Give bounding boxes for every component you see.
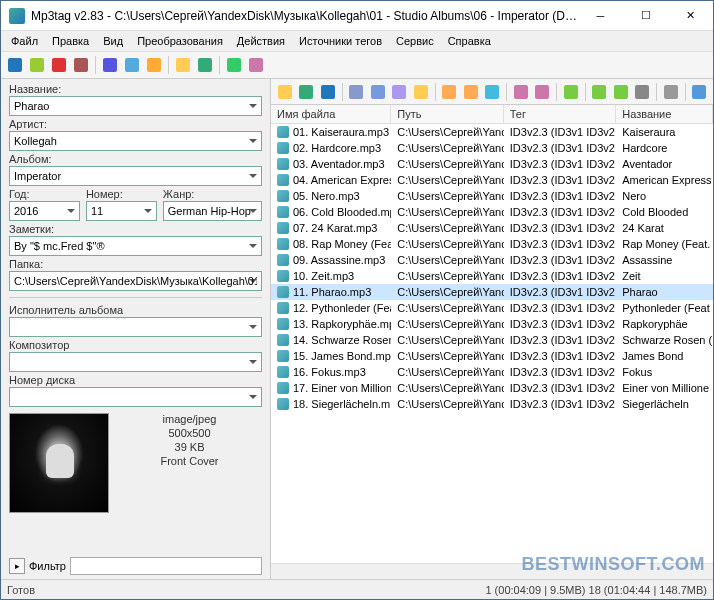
audio-file-icon	[277, 142, 289, 154]
menu-Сервис[interactable]: Сервис	[390, 33, 440, 49]
web-icon[interactable]	[483, 82, 503, 102]
table-row[interactable]: 02. Hardcore.mp3C:\Users\Сергей\Yande...…	[271, 140, 713, 156]
cover-info: image/jpeg 500x500 39 KB Front Cover	[117, 413, 262, 467]
export-icon[interactable]	[611, 82, 631, 102]
composer-label: Композитор	[9, 339, 262, 351]
table-row[interactable]: 08. Rap Money (Feat. Su...C:\Users\Серге…	[271, 236, 713, 252]
delete-icon[interactable]	[49, 55, 69, 75]
close-button[interactable]: ✕	[668, 1, 713, 30]
action-icon[interactable]	[440, 82, 460, 102]
table-row[interactable]: 09. Assassine.mp3C:\Users\Сергей\Yande..…	[271, 252, 713, 268]
track-label: Номер:	[86, 188, 157, 200]
main-toolbar	[271, 79, 713, 105]
table-row[interactable]: 13. Rapkoryphäe.mp3C:\Users\Сергей\Yande…	[271, 316, 713, 332]
audio-file-icon	[277, 302, 289, 314]
table-header: Имя файла Путь Тег Название	[271, 105, 713, 124]
track-input[interactable]: 11	[86, 201, 157, 221]
artist-input[interactable]: Kollegah	[9, 131, 262, 151]
tag-icon[interactable]	[533, 82, 553, 102]
filter-label: Фильтр	[29, 560, 66, 572]
folder-icon[interactable]	[411, 82, 431, 102]
menu-Файл[interactable]: Файл	[5, 33, 44, 49]
folder-input[interactable]: C:\Users\Сергей\YandexDisk\Музыка\Kolleg…	[9, 271, 262, 291]
refresh-icon[interactable]	[297, 82, 317, 102]
audio-file-icon	[277, 190, 289, 202]
copy-icon[interactable]	[122, 55, 142, 75]
filter-input[interactable]	[70, 557, 262, 575]
folder-icon[interactable]	[173, 55, 193, 75]
menu-Справка[interactable]: Справка	[442, 33, 497, 49]
table-row[interactable]: 17. Einer von Millionen (...C:\Users\Сер…	[271, 380, 713, 396]
title-input[interactable]: Pharao	[9, 96, 262, 116]
audio-file-icon	[277, 318, 289, 330]
cut-icon[interactable]	[71, 55, 91, 75]
disc-input[interactable]	[9, 387, 262, 407]
table-row[interactable]: 03. Aventador.mp3C:\Users\Сергей\Yande..…	[271, 156, 713, 172]
album-label: Альбом:	[9, 153, 262, 165]
action-icon[interactable]	[461, 82, 481, 102]
table-row[interactable]: 15. James Bond.mp3C:\Users\Сергей\Yande.…	[271, 348, 713, 364]
table-row[interactable]: 16. Fokus.mp3C:\Users\Сергей\Yande...ID3…	[271, 364, 713, 380]
help-icon[interactable]	[690, 82, 710, 102]
audio-file-icon	[277, 158, 289, 170]
notes-input[interactable]: By "$ mc.Fred $"®	[9, 236, 262, 256]
export-icon[interactable]	[561, 82, 581, 102]
case-icon[interactable]	[390, 82, 410, 102]
paste-icon[interactable]	[144, 55, 164, 75]
table-row[interactable]: 12. Pythonleder (Feat. K...C:\Users\Серг…	[271, 300, 713, 316]
audio-file-icon	[277, 174, 289, 186]
menu-Правка[interactable]: Правка	[46, 33, 95, 49]
table-row[interactable]: 14. Schwarze Rosen (Fea...C:\Users\Серге…	[271, 332, 713, 348]
table-row[interactable]: 10. Zeit.mp3C:\Users\Сергей\Yande...ID3v…	[271, 268, 713, 284]
sidebar-toolbar	[1, 51, 713, 79]
play-icon[interactable]	[224, 55, 244, 75]
audio-file-icon	[277, 334, 289, 346]
tag-icon[interactable]	[246, 55, 266, 75]
maximize-button[interactable]: ☐	[623, 1, 668, 30]
col-path[interactable]: Путь	[391, 105, 503, 123]
album-artist-input[interactable]	[9, 317, 262, 337]
tag-panel: Название:Pharao Артист:Kollegah Альбом:I…	[1, 79, 271, 579]
table-row[interactable]: 07. 24 Karat.mp3C:\Users\Сергей\Yande...…	[271, 220, 713, 236]
disk-icon[interactable]	[27, 55, 47, 75]
table-row[interactable]: 11. Pharao.mp3C:\Users\Сергей\Yande...ID…	[271, 284, 713, 300]
status-left: Готов	[7, 584, 485, 596]
album-input[interactable]: Imperator	[9, 166, 262, 186]
save-icon[interactable]	[318, 82, 338, 102]
menu-Преобразования[interactable]: Преобразования	[131, 33, 229, 49]
tools-icon[interactable]	[633, 82, 653, 102]
filter-collapse-button[interactable]: ▸	[9, 558, 25, 574]
title-label: Название:	[9, 83, 262, 95]
audio-file-icon	[277, 238, 289, 250]
col-name[interactable]: Название	[616, 105, 713, 123]
table-row[interactable]: 18. Siegerlächeln.mp3C:\Users\Сергей\Yan…	[271, 396, 713, 412]
table-row[interactable]: 06. Cold Blooded.mp3C:\Users\Сергей\Yand…	[271, 204, 713, 220]
table-row[interactable]: 04. American Express (F...C:\Users\Серге…	[271, 172, 713, 188]
col-tag[interactable]: Тег	[504, 105, 616, 123]
save-icon[interactable]	[5, 55, 25, 75]
rename-icon[interactable]	[347, 82, 367, 102]
table-row[interactable]: 01. Kaiseraura.mp3C:\Users\Сергей\Yande.…	[271, 124, 713, 140]
table-row[interactable]: 05. Nero.mp3C:\Users\Сергей\Yande...ID3v…	[271, 188, 713, 204]
cover-art[interactable]	[9, 413, 109, 513]
horizontal-scrollbar[interactable]	[271, 563, 713, 579]
composer-input[interactable]	[9, 352, 262, 372]
undo-icon[interactable]	[100, 55, 120, 75]
number-icon[interactable]	[368, 82, 388, 102]
year-input[interactable]: 2016	[9, 201, 80, 221]
folder-icon[interactable]	[275, 82, 295, 102]
refresh-icon[interactable]	[195, 55, 215, 75]
tag-icon[interactable]	[511, 82, 531, 102]
settings-icon[interactable]	[661, 82, 681, 102]
year-label: Год:	[9, 188, 80, 200]
export-icon[interactable]	[590, 82, 610, 102]
genre-input[interactable]: German Hip-Hop	[163, 201, 262, 221]
disc-label: Номер диска	[9, 374, 262, 386]
minimize-button[interactable]: ─	[578, 1, 623, 30]
menu-Источники тегов[interactable]: Источники тегов	[293, 33, 388, 49]
audio-file-icon	[277, 270, 289, 282]
col-filename[interactable]: Имя файла	[271, 105, 391, 123]
menu-Вид[interactable]: Вид	[97, 33, 129, 49]
album-artist-label: Исполнитель альбома	[9, 304, 262, 316]
menu-Действия[interactable]: Действия	[231, 33, 291, 49]
